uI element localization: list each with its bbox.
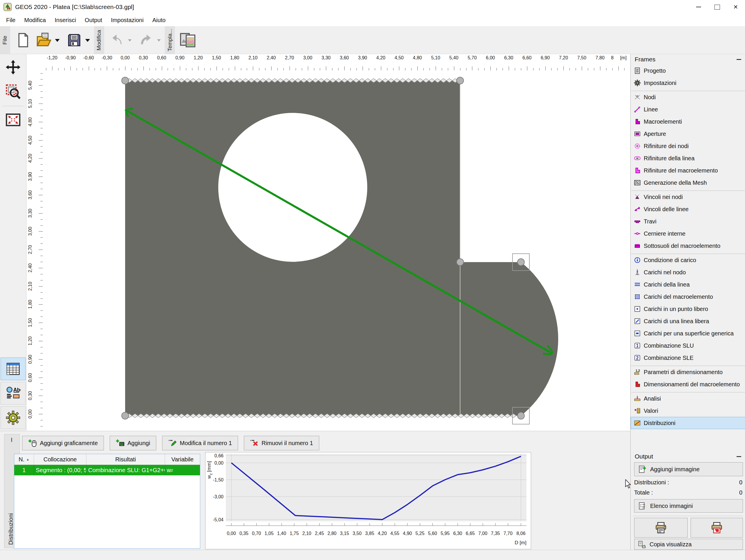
free-point-loads-icon (634, 305, 641, 312)
frames-item-parametri-di-dimensionamento[interactable]: 1,2Parametri di dimensionamento (630, 366, 745, 378)
fit-view-icon (5, 112, 21, 127)
open-file-dropdown-icon[interactable] (55, 39, 60, 44)
node-handle[interactable] (517, 259, 524, 266)
column-header-variabile[interactable]: Variabile (165, 454, 200, 465)
frames-item-macroelementi[interactable]: Macroelementi (630, 116, 745, 128)
frames-collapse-icon[interactable] (737, 59, 741, 60)
free-line-loads-icon (634, 318, 641, 325)
frames-item-aperture[interactable]: Aperture (630, 128, 745, 140)
menu-inserisci[interactable]: Inserisci (50, 15, 80, 25)
image-list-button[interactable]: Elenco immagini (634, 499, 743, 513)
frames-item-carichi-nel-nodo[interactable]: Carichi nel nodo (630, 266, 745, 278)
frames-item-linee[interactable]: Linee (630, 103, 745, 116)
frames-item-generazione-della-mesh[interactable]: Generazione della Mesh (630, 176, 745, 189)
frames-item-impostazioni[interactable]: Impostazioni (630, 77, 745, 89)
frames-item-combinazione-sle[interactable]: 2Combinazione SLE (630, 352, 745, 364)
frames-separator (631, 89, 745, 91)
new-file-button[interactable] (12, 28, 33, 53)
frames-item-nodi[interactable]: Nodi (630, 91, 745, 103)
ruler-label: 0,60 (27, 369, 33, 386)
add-button[interactable]: Aggiungi (110, 436, 156, 450)
output-collapse-icon[interactable] (737, 456, 741, 457)
mouse-cursor (624, 480, 632, 490)
menu-output[interactable]: Output (80, 15, 106, 25)
nodes-icon (634, 94, 641, 101)
plot-area (226, 454, 526, 521)
frames-item-carichi-della-linea[interactable]: Carichi della linea (630, 278, 745, 291)
menu-aiuto[interactable]: Aiuto (148, 15, 170, 25)
frames-item-valori[interactable]: Valori (630, 405, 745, 417)
node-refinement-icon (634, 142, 641, 150)
templates-button[interactable] (177, 28, 198, 53)
column-header-risultati[interactable]: Risultati (87, 454, 165, 465)
svg-text:7,00: 7,00 (479, 531, 487, 536)
menu-impostazioni[interactable]: Impostazioni (106, 15, 148, 25)
frames-item-vincoli-delle-linee[interactable]: Vincoli delle linee (630, 203, 745, 215)
menu-file[interactable]: File (2, 15, 20, 25)
frames-item-vincoli-nei-nodi[interactable]: Vincoli nei nodi (630, 191, 745, 203)
frames-item-rifiniture-della-linea[interactable]: Rifiniture della linea (630, 152, 745, 164)
frames-item-rifiniture-dei-nodi[interactable]: Rifiniture dei nodi (630, 140, 745, 152)
copy-view-button[interactable]: Copia visualizza (634, 539, 743, 550)
minimize-button[interactable] (689, 0, 708, 14)
print-button[interactable] (634, 518, 688, 537)
frames-item-carichi-in-un-punto-libero[interactable]: Carichi in un punto libero (630, 303, 745, 315)
svg-text:3,50: 3,50 (353, 531, 362, 536)
drawing-canvas[interactable] (43, 71, 630, 431)
frames-item-carichi-di-una-linea-libera[interactable]: Carichi di una linea libera (630, 315, 745, 327)
frames-item-rifiniture-del-macroelemento[interactable]: Rifiniture del macroelemento (630, 164, 745, 176)
frames-item-distribuzioni[interactable]: Distribuzioni (630, 417, 745, 429)
column-header-collocazione[interactable]: Collocazione (34, 454, 87, 465)
frames-item-carichi-del-macroelemento[interactable]: Carichi del macroelemento (630, 291, 745, 303)
redo-button[interactable] (136, 28, 157, 53)
frames-item-carichi-per-una-superficie-generica[interactable]: Carichi per una superficie generica (630, 327, 745, 339)
undo-dropdown-icon[interactable] (128, 39, 132, 43)
print-view-button[interactable] (690, 518, 743, 537)
remove-number-1-button[interactable]: Rimuovi il numero 1 (244, 436, 319, 450)
distributions-table: N.▲CollocazioneRisultatiVariabile1Segmen… (14, 454, 200, 549)
svg-text:6,65: 6,65 (465, 531, 475, 536)
ruler-label: 1,20 (27, 332, 33, 350)
close-button[interactable]: ✕ (726, 0, 745, 14)
edit-number-1-button[interactable]: Modifica il numero 1 (162, 436, 238, 450)
frames-item-cerniere-interne[interactable]: Cerniere interne (630, 228, 745, 240)
maximize-button[interactable] (708, 0, 726, 14)
frames-item-travi[interactable]: Travi (630, 215, 745, 228)
save-dropdown-icon[interactable] (85, 39, 90, 44)
node-handle[interactable] (122, 77, 129, 84)
ruler-unit: [m] (620, 55, 626, 61)
frames-separator (631, 364, 745, 366)
slab-macroelement[interactable] (125, 80, 558, 416)
frames-item-progetto[interactable]: Progetto (630, 65, 745, 77)
legend-view-button[interactable]: Abc (1, 382, 26, 405)
node-handle[interactable] (517, 412, 524, 419)
ruler-label: 1,80 (27, 296, 33, 313)
frames-item-condizione-di-carico[interactable]: Condizione di carico (630, 254, 745, 266)
redo-dropdown-icon[interactable] (157, 39, 161, 43)
column-header-n[interactable]: N.▲ (14, 454, 34, 465)
add-image-button[interactable]: Aggiungi immagine (634, 462, 743, 476)
menu-modifica[interactable]: Modifica (20, 15, 50, 25)
frames-item-analisi[interactable]: Analisi (630, 392, 745, 405)
undo-button[interactable] (106, 28, 127, 53)
open-file-button[interactable] (33, 28, 55, 53)
node-handle[interactable] (122, 412, 129, 419)
distributions-count-value: 0 (739, 479, 742, 488)
copy-view-icon (638, 540, 646, 548)
frames-item-combinazione-slu[interactable]: 1Combinazione SLU (630, 339, 745, 352)
fit-view-tool-button[interactable] (1, 108, 25, 131)
list-images-icon (638, 501, 647, 510)
drawing-settings-button[interactable] (1, 406, 26, 429)
table-row[interactable]: 1Segmento : (0,00; 5,0Combinazione SLU: … (14, 465, 200, 475)
table-view-button[interactable] (1, 358, 26, 380)
add-graphically-button[interactable]: Aggiungi graficamente (22, 436, 104, 450)
model-canvas[interactable] (43, 71, 630, 431)
node-handle[interactable] (457, 259, 463, 266)
pan-tool-button[interactable] (1, 56, 25, 78)
frames-item-sottosuoli-del-macroelemento[interactable]: Sottosuoli del macroelemento (630, 240, 745, 252)
node-handle[interactable] (457, 77, 463, 84)
zoom-window-tool-button[interactable] (1, 80, 25, 103)
frames-item-dimensionamenti-del-macroelemento[interactable]: Dimensionamenti del macroelemento (630, 378, 745, 390)
ruler-label: 4,80 (27, 113, 33, 131)
save-button[interactable] (64, 28, 85, 53)
